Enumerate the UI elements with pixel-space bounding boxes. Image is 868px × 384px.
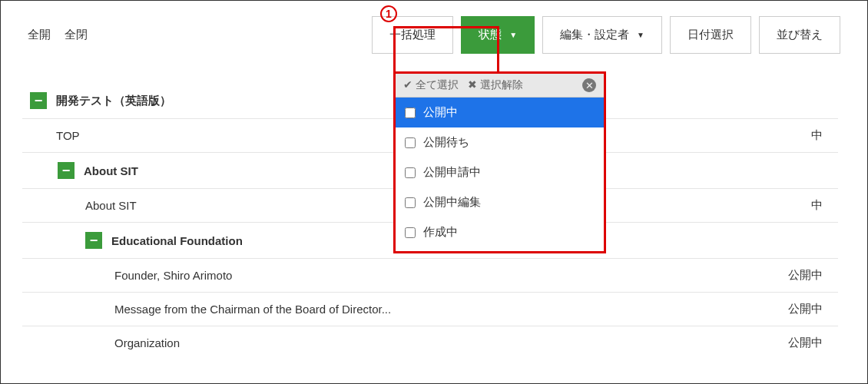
collapse-toggle[interactable]: − bbox=[58, 162, 75, 179]
dropdown-option[interactable]: 公開中編集 bbox=[396, 187, 604, 217]
option-checkbox[interactable] bbox=[405, 167, 416, 178]
dropdown-option[interactable]: 公開中 bbox=[396, 98, 604, 127]
status-dropdown-label: 状態 bbox=[479, 28, 502, 42]
option-checkbox[interactable] bbox=[405, 108, 416, 118]
caret-down-icon: ▼ bbox=[637, 31, 644, 39]
tree-row[interactable]: Organization公開中 bbox=[22, 326, 838, 359]
option-label: 公開申請中 bbox=[423, 165, 481, 180]
option-checkbox[interactable] bbox=[405, 197, 416, 208]
deselect-link[interactable]: ✖ 選択解除 bbox=[468, 78, 523, 92]
tree-row-label: Founder, Shiro Arimoto bbox=[114, 269, 788, 282]
tree-row-label: Organization bbox=[114, 336, 788, 349]
date-select-button[interactable]: 日付選択 bbox=[670, 16, 751, 54]
dropdown-header: ✔ 全て選択 ✖ 選択解除 ✕ bbox=[396, 74, 604, 98]
select-all-link[interactable]: ✔ 全て選択 bbox=[403, 78, 459, 92]
option-label: 公開中 bbox=[423, 105, 458, 120]
editor-dropdown-label: 編集・設定者 bbox=[560, 28, 629, 42]
tree-row[interactable]: Founder, Shiro Arimoto公開中 bbox=[22, 259, 838, 293]
caret-down-icon: ▼ bbox=[509, 31, 517, 39]
status-badge: 公開中 bbox=[788, 268, 838, 283]
status-badge: 中 bbox=[811, 128, 838, 143]
option-label: 公開待ち bbox=[423, 135, 469, 150]
option-label: 公開中編集 bbox=[423, 195, 481, 210]
collapse-toggle[interactable]: − bbox=[85, 232, 102, 249]
status-badge: 中 bbox=[811, 198, 838, 213]
status-badge: 公開中 bbox=[788, 336, 838, 350]
dropdown-list[interactable]: 公開中公開待ち公開申請中公開中編集作成中 bbox=[396, 98, 604, 251]
tree-row-label: Message from the Chairman of the Board o… bbox=[114, 303, 788, 316]
date-select-label: 日付選択 bbox=[687, 28, 734, 42]
callout-number: 1 bbox=[380, 5, 397, 22]
option-checkbox[interactable] bbox=[405, 137, 416, 148]
dropdown-option[interactable]: 作成中 bbox=[396, 217, 604, 247]
status-badge: 公開中 bbox=[788, 302, 838, 316]
toolbar: 全開 全閉 一括処理 状態 ▼ 編集・設定者 ▼ 日付選択 並び替え bbox=[1, 1, 867, 65]
batch-button-label: 一括処理 bbox=[389, 28, 436, 42]
tree-row[interactable]: Message from the Chairman of the Board o… bbox=[22, 293, 838, 326]
collapse-all-link[interactable]: 全閉 bbox=[65, 28, 88, 42]
status-dropdown-panel: ✔ 全て選択 ✖ 選択解除 ✕ 公開中公開待ち公開申請中公開中編集作成中 bbox=[393, 71, 606, 253]
close-icon[interactable]: ✕ bbox=[582, 78, 596, 92]
sort-button-label: 並び替え bbox=[777, 28, 823, 42]
option-checkbox[interactable] bbox=[405, 227, 416, 238]
dropdown-option[interactable]: 公開待ち bbox=[396, 127, 604, 157]
callout-1: 1 bbox=[380, 5, 397, 22]
dropdown-option[interactable]: 公開申請中 bbox=[396, 157, 604, 187]
sort-button[interactable]: 並び替え bbox=[759, 16, 840, 54]
option-label: 作成中 bbox=[423, 225, 458, 240]
editor-dropdown-button[interactable]: 編集・設定者 ▼ bbox=[542, 16, 662, 54]
status-dropdown-button[interactable]: 状態 ▼ bbox=[461, 16, 535, 54]
collapse-toggle[interactable]: − bbox=[30, 92, 47, 109]
app-frame: 1 全開 全閉 一括処理 状態 ▼ 編集・設定者 ▼ 日付選択 並び替え ✔ 全… bbox=[0, 0, 868, 384]
expand-all-link[interactable]: 全開 bbox=[28, 28, 51, 42]
toolbar-left: 全開 全閉 bbox=[28, 28, 88, 42]
